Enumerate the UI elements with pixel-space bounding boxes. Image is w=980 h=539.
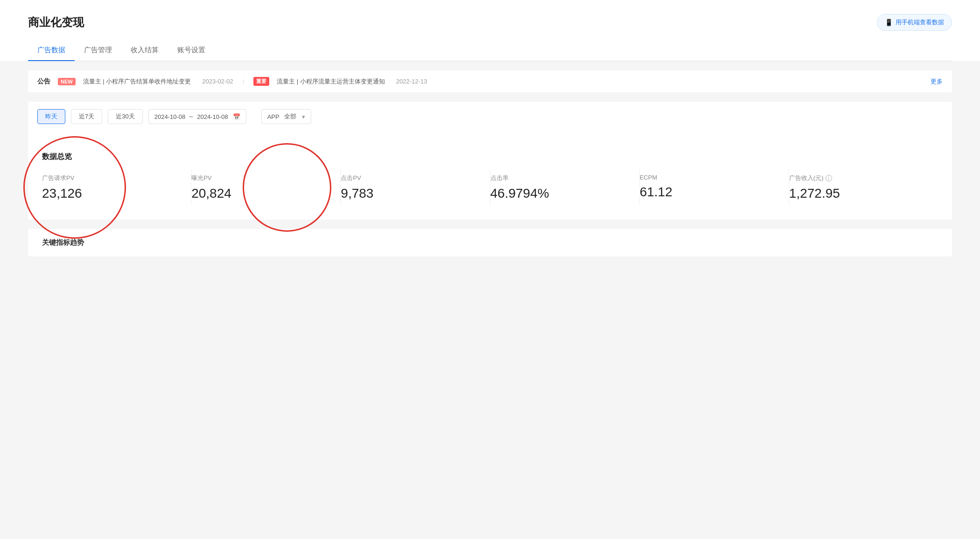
stat-label-1: 广告请求PV [42, 174, 182, 182]
info-icon-revenue[interactable]: i [826, 175, 832, 181]
badge-important-1: 重要 [253, 77, 269, 86]
announcement-text-2[interactable]: 流量主 | 小程序流量主运营主体变更通知 [277, 77, 385, 86]
stat-value-4: 46.9794% [490, 186, 630, 201]
filter-bar: 昨天 近7天 近30天 2024-10-08 ～ 2024-10-08 📅 AP… [28, 102, 952, 131]
app-label: APP [267, 113, 280, 120]
stat-label-6: 广告收入(元) i [789, 174, 929, 182]
tab-ad-manage[interactable]: 广告管理 [75, 40, 121, 61]
tab-account[interactable]: 账号设置 [168, 40, 215, 61]
calendar-icon: 📅 [233, 113, 240, 120]
date-btn-yesterday[interactable]: 昨天 [37, 109, 65, 124]
stats-wrapper: 数据总览 广告请求PV 23,126 曝光PV [28, 141, 952, 220]
content-area: 公告 NEW 流量主 | 小程序广告结算单收件地址变更 2023-02-02 |… [0, 61, 980, 266]
app-selector[interactable]: APP 全部 ▾ [261, 109, 311, 124]
trend-title: 关键指标趋势 [42, 238, 938, 247]
stat-value-5: 61.12 [640, 185, 779, 200]
stat-item-ad-request-pv: 广告请求PV 23,126 [42, 169, 191, 206]
stat-label-4: 点击率 [490, 174, 630, 182]
mobile-view-button[interactable]: 📱 用手机端查看数据 [877, 14, 952, 31]
stats-grid: 广告请求PV 23,126 曝光PV 20,824 点击PV [42, 169, 938, 206]
stat-value-2: 20,824 [191, 186, 331, 201]
date-btn-7days[interactable]: 近7天 [71, 109, 102, 124]
stat-label-5: ECPM [640, 174, 779, 181]
stat-item-ecpm: ECPM 61.12 [640, 169, 789, 206]
stat-value-6: 1,272.95 [789, 186, 929, 201]
announcement-date-1: 2023-02-02 [202, 78, 233, 85]
tab-ad-data[interactable]: 广告数据 [28, 40, 75, 61]
announcement-label: 公告 [37, 77, 50, 86]
date-start: 2024-10-08 [154, 113, 186, 120]
stats-section-title: 数据总览 [42, 152, 938, 162]
date-separator: ～ [188, 112, 194, 121]
stat-item-ad-revenue: 广告收入(元) i 1,272.95 [789, 169, 938, 206]
tabs-nav: 广告数据 广告管理 收入结算 账号设置 [28, 40, 952, 61]
stat-item-click-rate: 点击率 46.9794% [490, 169, 640, 206]
stat-item-click-pv: 点击PV 9,783 [341, 169, 490, 206]
date-range-picker[interactable]: 2024-10-08 ～ 2024-10-08 📅 [148, 109, 246, 124]
header-top: 商业化变现 📱 用手机端查看数据 [28, 14, 952, 31]
ann-separator: | [243, 78, 244, 85]
date-end: 2024-10-08 [197, 113, 228, 120]
mobile-btn-label: 用手机端查看数据 [896, 18, 944, 27]
stats-section: 昨天 近7天 近30天 2024-10-08 ～ 2024-10-08 📅 AP… [28, 102, 952, 220]
header: 商业化变现 📱 用手机端查看数据 广告数据 广告管理 收入结算 账号设置 [0, 0, 980, 61]
trend-section: 关键指标趋势 [28, 229, 952, 256]
announcement-date-2: 2022-12-13 [396, 78, 427, 85]
page-title: 商业化变现 [28, 15, 84, 30]
stat-label-3: 点击PV [341, 174, 480, 182]
announcement-bar: 公告 NEW 流量主 | 小程序广告结算单收件地址变更 2023-02-02 |… [28, 70, 952, 92]
app-value: 全部 [284, 112, 296, 121]
date-btn-30days[interactable]: 近30天 [108, 109, 142, 124]
stat-value-3: 9,783 [341, 186, 480, 201]
page-wrapper: 商业化变现 📱 用手机端查看数据 广告数据 广告管理 收入结算 账号设置 公告 … [0, 0, 980, 539]
stat-value-1: 23,126 [42, 186, 182, 201]
more-link[interactable]: 更多 [931, 77, 943, 86]
stat-label-2: 曝光PV [191, 174, 331, 182]
stats-title-text: 数据总览 [42, 152, 72, 160]
phone-icon: 📱 [885, 19, 893, 26]
badge-new-1: NEW [58, 78, 76, 85]
stat-item-exposure-pv: 曝光PV 20,824 [191, 169, 341, 206]
announcement-text-1[interactable]: 流量主 | 小程序广告结算单收件地址变更 [83, 77, 191, 86]
tab-income[interactable]: 收入结算 [121, 40, 168, 61]
chevron-down-icon: ▾ [302, 113, 305, 120]
